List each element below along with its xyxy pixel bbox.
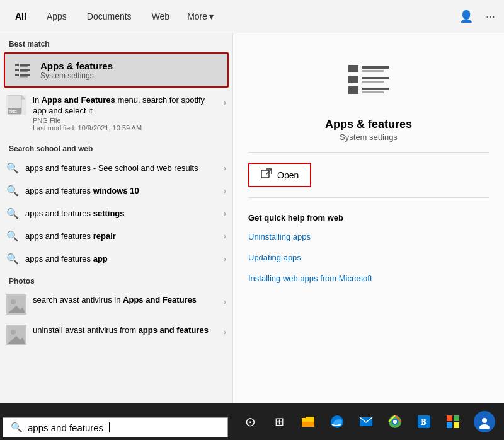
detail-title-area: Apps & features System settings xyxy=(248,118,489,142)
search-icon-0: 🔍 xyxy=(6,162,19,175)
more-options-icon[interactable]: ··· xyxy=(483,8,498,26)
file-date: Last modified: 10/9/2021, 10:59 AM xyxy=(33,124,217,132)
web-item-1[interactable]: 🔍 apps and features windows 10 › xyxy=(0,180,232,202)
file-result-arrow: › xyxy=(224,95,226,107)
svg-marker-10 xyxy=(21,95,25,99)
web-item-arrow-2: › xyxy=(224,209,226,218)
web-item-text-2: apps and features settings xyxy=(25,209,217,218)
file-type: PNG File xyxy=(33,117,217,124)
web-item-arrow-1: › xyxy=(224,186,226,195)
png-file-icon: PNG xyxy=(6,95,26,115)
app-title: Apps & features xyxy=(248,118,489,131)
web-item-0[interactable]: 🔍 apps and features - See school and web… xyxy=(0,157,232,180)
apps-features-large-icon xyxy=(346,59,391,104)
web-item-arrow-4: › xyxy=(224,254,226,263)
web-item-text-4: apps and features app xyxy=(25,254,217,263)
taskbar-taskview-btn[interactable]: ⊞ xyxy=(266,408,292,435)
taskbar-tile-btn[interactable] xyxy=(440,408,466,435)
svg-rect-1 xyxy=(20,64,30,66)
svg-point-46 xyxy=(479,424,490,429)
svg-rect-6 xyxy=(15,74,19,76)
taskbar-mail-btn[interactable] xyxy=(353,408,379,435)
main-content: Best match Apps & features System s xyxy=(0,33,504,403)
search-icon-4: 🔍 xyxy=(6,253,19,265)
open-button[interactable]: Open xyxy=(248,163,311,187)
best-match-item[interactable]: Apps & features System settings xyxy=(4,52,229,88)
web-item-text-1: apps and features windows 10 xyxy=(25,186,217,195)
search-cursor xyxy=(109,422,110,432)
person-icon[interactable]: 👤 xyxy=(457,7,476,26)
file-info: in Apps and Features menu, search for sp… xyxy=(33,95,217,132)
photo-item-0[interactable]: search avast antivirus in Apps and Featu… xyxy=(0,289,232,320)
svg-rect-27 xyxy=(362,91,384,93)
tab-documents[interactable]: Documents xyxy=(78,8,140,25)
taskbar-explorer-btn[interactable] xyxy=(295,408,321,435)
photo-arrow-1: › xyxy=(224,325,226,337)
best-match-title: Apps & features xyxy=(40,61,113,71)
taskbar-search-btn[interactable]: ⊙ xyxy=(237,408,263,435)
file-result-item[interactable]: PNG in Apps and Features menu, search fo… xyxy=(0,90,232,137)
search-icon-3: 🔍 xyxy=(6,230,19,243)
quick-help-link-0[interactable]: Uninstalling apps xyxy=(248,230,489,243)
photo-arrow-0: › xyxy=(224,294,226,306)
svg-rect-23 xyxy=(362,70,384,72)
search-icon-2: 🔍 xyxy=(6,207,19,220)
svg-point-17 xyxy=(11,330,16,335)
app-subtitle: System settings xyxy=(248,132,489,142)
taskbar-store-btn[interactable]: 𝔹 xyxy=(411,408,437,435)
search-text: apps and features xyxy=(28,422,103,433)
tab-all[interactable]: All xyxy=(6,8,35,25)
svg-rect-25 xyxy=(362,81,384,83)
photos-section-label: Photos xyxy=(0,270,232,289)
svg-rect-0 xyxy=(15,64,19,66)
quick-help-link-1[interactable]: Updating apps xyxy=(248,251,489,264)
svg-rect-43 xyxy=(447,422,452,428)
taskbar-edge-btn[interactable] xyxy=(324,408,350,435)
svg-rect-20 xyxy=(348,76,358,83)
svg-rect-8 xyxy=(20,76,28,78)
web-item-text-0: apps and features - See school and web r… xyxy=(25,163,217,173)
left-panel: Best match Apps & features System s xyxy=(0,33,233,403)
quick-help-link-2[interactable]: Installing web apps from Microsoft xyxy=(248,272,489,285)
svg-point-36 xyxy=(393,420,397,424)
web-item-4[interactable]: 🔍 apps and features app › xyxy=(0,248,232,270)
top-nav: All Apps Documents Web More ▾ 👤 ··· xyxy=(0,0,504,33)
photo-text-1: uninstall avast antivirus from apps and … xyxy=(33,325,217,336)
photo-item-1[interactable]: uninstall avast antivirus from apps and … xyxy=(0,320,232,350)
svg-rect-21 xyxy=(348,86,358,94)
taskbar-profile-btn[interactable] xyxy=(474,411,495,432)
tab-web[interactable]: Web xyxy=(143,8,179,25)
open-icon xyxy=(261,168,272,182)
svg-rect-41 xyxy=(447,415,452,421)
tab-apps[interactable]: Apps xyxy=(38,8,76,25)
quick-help-title: Get quick help from web xyxy=(248,213,489,223)
svg-point-14 xyxy=(11,299,16,304)
svg-rect-3 xyxy=(15,69,19,71)
taskbar-search-icon: 🔍 xyxy=(11,422,23,433)
svg-rect-5 xyxy=(20,71,28,72)
svg-rect-28 xyxy=(261,170,269,178)
web-item-3[interactable]: 🔍 apps and features repair › xyxy=(0,225,232,248)
divider-1 xyxy=(248,152,489,153)
right-panel: Apps & features System settings Open Get… xyxy=(233,33,504,403)
web-item-2[interactable]: 🔍 apps and features settings › xyxy=(0,202,232,225)
svg-text:𝔹: 𝔹 xyxy=(420,417,427,427)
open-label: Open xyxy=(277,170,299,180)
taskbar: 🔍 apps and features ⊙ ⊞ xyxy=(0,403,504,440)
svg-rect-44 xyxy=(454,422,459,428)
detail-icon-area xyxy=(248,46,489,110)
nav-icons: 👤 ··· xyxy=(457,7,498,26)
web-item-text-3: apps and features repair xyxy=(25,231,217,241)
best-match-label: Best match xyxy=(0,33,232,52)
best-match-text: Apps & features System settings xyxy=(40,61,113,80)
taskbar-chrome-btn[interactable] xyxy=(382,408,408,435)
svg-rect-2 xyxy=(20,66,28,67)
search-icon-1: 🔍 xyxy=(6,185,19,197)
tab-more[interactable]: More ▾ xyxy=(181,8,220,25)
search-bar[interactable]: 🔍 apps and features xyxy=(3,417,228,437)
photo-thumb-1 xyxy=(6,325,26,345)
svg-point-45 xyxy=(482,418,487,423)
svg-text:PNG: PNG xyxy=(9,110,17,113)
svg-rect-4 xyxy=(20,69,30,71)
svg-rect-22 xyxy=(362,66,389,69)
